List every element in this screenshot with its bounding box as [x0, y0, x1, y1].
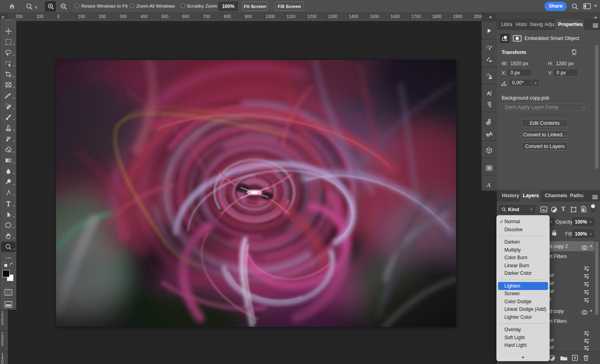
svg-text:A: A	[486, 182, 491, 188]
svg-text:A: A	[487, 90, 491, 96]
svg-text:A: A	[489, 131, 493, 137]
